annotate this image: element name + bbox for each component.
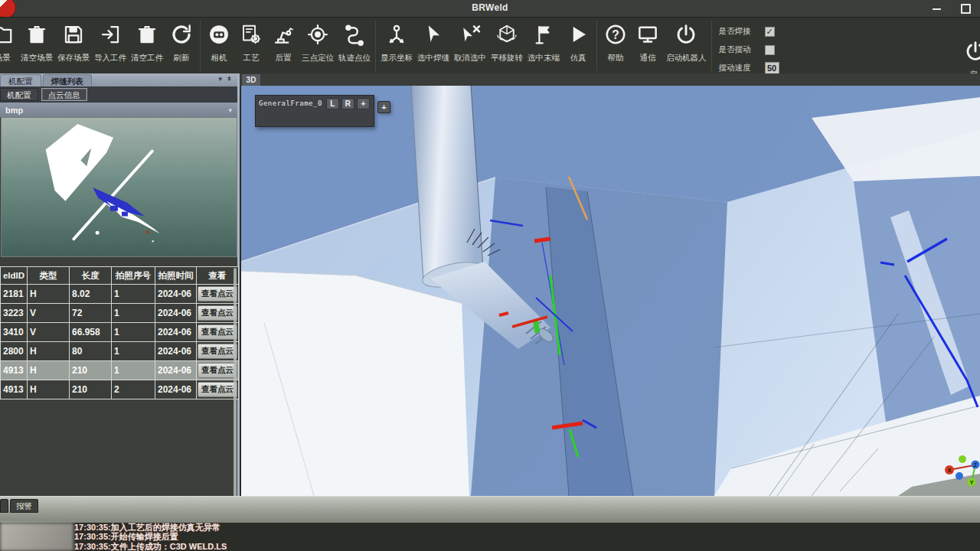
maximize-button[interactable] — [957, 3, 974, 15]
frame-plus-button[interactable]: + — [357, 98, 370, 109]
left-panel-button[interactable]: 机配置 — [0, 88, 38, 101]
minimize-button[interactable] — [928, 3, 945, 15]
coords-icon — [385, 23, 408, 46]
view-pointcloud-button[interactable]: 查看点云 — [198, 344, 237, 359]
clear-scene-button[interactable]: 清空场景 — [18, 23, 55, 64]
table-row[interactable]: 3410 V 66.958 1 2024-06 查看点云 — [1, 323, 239, 342]
log-line: 17:30:35:开始传输焊接后置 — [74, 532, 227, 541]
swing-speed-input[interactable]: 50 — [765, 62, 779, 74]
toggle-row[interactable]: 是否焊接 — [719, 22, 809, 41]
monitor-icon — [636, 23, 659, 46]
save-icon — [62, 23, 85, 46]
tab-alarm[interactable]: 报警 — [10, 499, 38, 513]
toggle-row[interactable]: 是否摆动 — [719, 41, 809, 59]
select-end-button[interactable]: 选中末端 — [525, 23, 562, 64]
post-button[interactable]: 后置 — [267, 23, 299, 64]
frame-left-button[interactable]: L — [326, 98, 339, 109]
refresh-button[interactable]: 刷新 — [165, 23, 198, 64]
import-icon — [99, 23, 122, 46]
view-pointcloud-button[interactable]: 查看点云 — [198, 305, 237, 321]
help-icon: ? — [604, 23, 627, 46]
add-frame-button[interactable]: + — [377, 101, 390, 113]
toolbar-separator — [200, 21, 201, 71]
pin-icon[interactable] — [226, 76, 233, 83]
folder-icon — [0, 23, 14, 46]
chevron-down-icon: ▾ — [228, 106, 232, 114]
flag-icon — [532, 23, 555, 46]
log-area: 17:30:35:加入工艺后的焊接仿真无异常 17:30:35:开始传输焊接后置… — [0, 523, 980, 551]
table-row[interactable]: 2800 H 80 1 2024-06 查看点云 — [1, 342, 239, 361]
play-icon — [567, 23, 590, 46]
col-weldid: eldID — [1, 267, 28, 285]
left-panel-tab[interactable]: 焊缝列表 — [43, 74, 92, 86]
help-button[interactable]: ? 帮助 — [599, 23, 632, 64]
log-line: 17:30:35:加入工艺后的焊接仿真无异常 — [74, 523, 227, 532]
camera-icon — [207, 23, 230, 46]
table-row[interactable]: 3223 V 72 1 2024-06 查看点云 — [1, 304, 239, 323]
table-header-row: eldID 类型 长度 拍照序号 拍照时间 查看 — [1, 267, 239, 285]
view-pointcloud-button[interactable]: 查看点云 — [198, 382, 237, 397]
view-pointcloud-button[interactable]: 查看点云 — [198, 286, 237, 302]
view-pointcloud-button[interactable]: 查看点云 — [198, 363, 237, 378]
trajectory-points-button[interactable]: 轨迹点位 — [336, 23, 373, 64]
simulate-button[interactable]: 仿真 — [562, 23, 594, 64]
comm-button[interactable]: 通信 — [632, 23, 664, 64]
cursorx-icon — [459, 23, 482, 46]
save-scene-button[interactable]: 保存场景 — [55, 23, 92, 64]
svg-text:X: X — [948, 468, 952, 473]
start-robot-button[interactable]: 启动机器人 — [664, 23, 709, 64]
process-icon — [240, 23, 263, 46]
3d-viewport[interactable]: X Z Y GeneralFrame_0 L R + + — [241, 86, 980, 496]
process-button[interactable]: 工艺 — [235, 23, 267, 64]
scene-button[interactable]: 场景 — [0, 23, 18, 64]
pan-rotate-button[interactable]: 平移旋转 — [488, 23, 525, 64]
cursor-icon — [422, 23, 445, 46]
point-cloud-view[interactable] — [1, 117, 237, 257]
viewport-tabbar: 3D — [240, 73, 980, 86]
col-view: 查看 — [197, 267, 239, 285]
horizontal-splitter[interactable] — [0, 496, 980, 523]
format-dropdown[interactable]: bmp ▾ — [0, 103, 237, 117]
blurred-watermark — [0, 523, 74, 551]
trash-icon — [25, 23, 48, 46]
left-panel-button[interactable]: 点云信息 — [41, 88, 87, 101]
checkbox[interactable] — [765, 45, 775, 55]
left-panel-tab[interactable]: 机配置 — [0, 74, 41, 86]
power-icon — [675, 23, 697, 46]
frame-right-button[interactable]: R — [341, 98, 354, 109]
robot-icon — [272, 23, 295, 46]
three-point-locate-button[interactable]: 三点定位 — [299, 23, 336, 64]
import-part-button[interactable]: 导入工件 — [92, 23, 129, 64]
3d-scene: X Z Y — [241, 86, 980, 496]
svg-text:?: ? — [612, 28, 619, 41]
col-photo-time: 拍照时间 — [155, 267, 197, 285]
col-type: 类型 — [28, 267, 70, 285]
app-title: BRWeld — [472, 2, 508, 13]
bottom-tabbar: 报警 — [0, 499, 40, 513]
svg-text:Z: Z — [974, 462, 978, 468]
clear-part-button[interactable]: 清空工件 — [129, 23, 165, 64]
show-coords-button[interactable]: 显示坐标 — [378, 23, 415, 64]
log-line: 17:30:35:文件上传成功：C3D WELD.LS — [74, 542, 227, 551]
col-photo-no: 拍照序号 — [112, 267, 155, 285]
trash-icon — [136, 23, 158, 46]
select-weld-button[interactable]: 选中焊缝 — [415, 23, 452, 64]
tab-3d[interactable]: 3D — [242, 74, 260, 86]
toolbar-separator — [711, 21, 712, 71]
bottom-tab-partial[interactable] — [0, 499, 8, 513]
power-icon — [964, 40, 980, 63]
table-row[interactable]: 4913 H 210 2 2024-06 查看点云 — [1, 380, 239, 399]
app-logo-icon — [0, 0, 16, 18]
table-row[interactable]: 2181 H 8.02 1 2024-06 查看点云 — [1, 285, 239, 304]
chevron-down-icon[interactable]: ▾ — [218, 75, 222, 83]
table-row[interactable]: 4913 H 210 1 2024-06 查看点云 — [1, 361, 239, 380]
rotate-icon — [495, 23, 518, 46]
weld-options: 是否焊接 是否摆动 摆动速度 50 — [719, 18, 809, 77]
frame-name: GeneralFrame_0 — [257, 98, 324, 107]
view-pointcloud-button[interactable]: 查看点云 — [198, 324, 237, 340]
trajectory-icon — [343, 23, 366, 46]
deselect-button[interactable]: 取消选中 — [452, 23, 488, 64]
camera-button[interactable]: 相机 — [203, 23, 235, 64]
checkbox[interactable] — [765, 27, 775, 37]
left-panel: 机配置 焊缝列表 ▾ 机配置 点云信息 bmp ▾ — [0, 73, 240, 499]
